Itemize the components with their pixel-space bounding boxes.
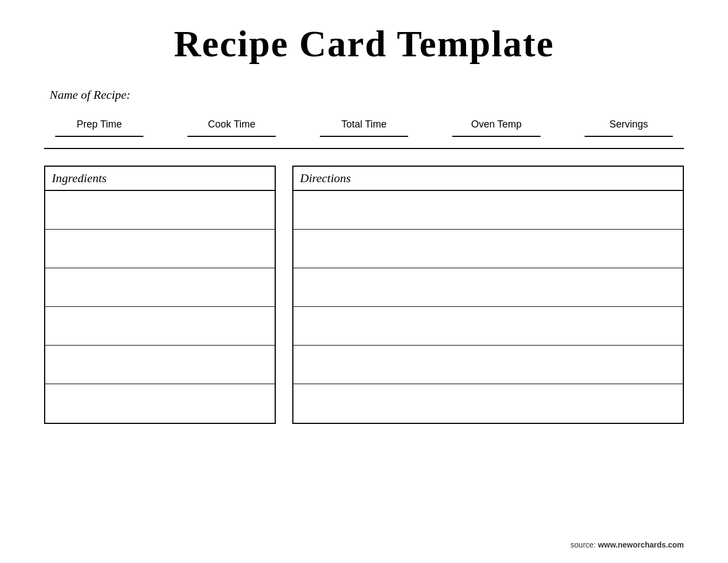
servings-label: Servings xyxy=(609,119,648,130)
direction-row-3[interactable] xyxy=(293,268,683,307)
footer-url: www.neworchards.com xyxy=(598,540,684,549)
direction-row-2[interactable] xyxy=(293,230,683,268)
ingredients-section: Ingredients xyxy=(44,166,276,424)
total-time-line xyxy=(320,136,408,137)
oven-temp-label: Oven Temp xyxy=(471,119,522,130)
direction-row-1[interactable] xyxy=(293,191,683,230)
direction-row-5[interactable] xyxy=(293,346,683,384)
servings-item: Servings xyxy=(585,119,673,137)
ingredient-row-1[interactable] xyxy=(45,191,275,230)
cook-time-label: Cook Time xyxy=(208,119,255,130)
prep-time-item: Prep Time xyxy=(55,119,143,137)
divider xyxy=(44,148,684,149)
content-area: Ingredients Directions xyxy=(44,166,684,424)
total-time-label: Total Time xyxy=(341,119,387,130)
ingredients-header: Ingredients xyxy=(45,167,275,191)
directions-section: Directions xyxy=(292,166,684,424)
direction-row-4[interactable] xyxy=(293,307,683,346)
title-text: Recipe Card Template xyxy=(174,22,554,66)
total-time-item: Total Time xyxy=(320,119,408,137)
ingredient-row-6[interactable] xyxy=(45,384,275,423)
ingredient-row-3[interactable] xyxy=(45,268,275,307)
page: Recipe Card Template Name of Recipe: Pre… xyxy=(0,0,728,563)
cook-time-item: Cook Time xyxy=(188,119,276,137)
footer: source: www.neworchards.com xyxy=(570,540,684,549)
time-row: Prep Time Cook Time Total Time Oven Temp… xyxy=(44,119,684,137)
prep-time-line xyxy=(55,136,143,137)
footer-label: source: xyxy=(570,540,598,549)
name-of-recipe-label: Name of Recipe: xyxy=(50,88,684,102)
ingredient-row-2[interactable] xyxy=(45,230,275,268)
prep-time-label: Prep Time xyxy=(77,119,122,130)
direction-row-6[interactable] xyxy=(293,384,683,423)
oven-temp-item: Oven Temp xyxy=(452,119,540,137)
ingredient-row-4[interactable] xyxy=(45,307,275,346)
ingredient-row-5[interactable] xyxy=(45,346,275,384)
oven-temp-line xyxy=(452,136,540,137)
cook-time-line xyxy=(188,136,276,137)
directions-header: Directions xyxy=(293,167,683,191)
servings-line xyxy=(585,136,673,137)
page-title: Recipe Card Template xyxy=(44,22,684,66)
